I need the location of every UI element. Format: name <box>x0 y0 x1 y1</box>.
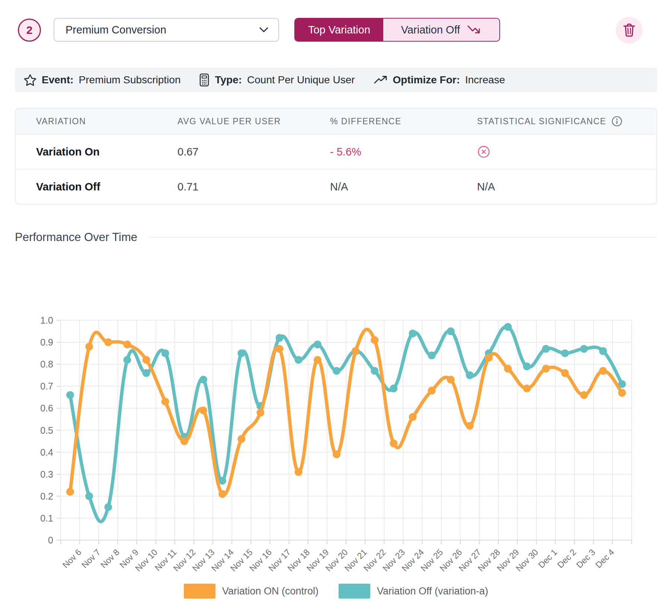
variation-off-button[interactable]: Variation Off <box>383 19 499 41</box>
data-point[interactable] <box>276 334 284 342</box>
data-point[interactable] <box>180 437 188 445</box>
data-point[interactable] <box>161 398 169 405</box>
chart-legend: Variation ON (control) Variation Off (va… <box>0 584 672 599</box>
data-point[interactable] <box>237 349 245 357</box>
data-point[interactable] <box>599 347 607 355</box>
data-point[interactable] <box>371 367 378 375</box>
data-point[interactable] <box>409 413 417 421</box>
data-point[interactable] <box>542 345 550 353</box>
performance-over-time-chart[interactable]: 00.10.20.30.40.50.60.70.80.91.0Nov 6Nov … <box>0 275 672 616</box>
svg-text:0.2: 0.2 <box>40 491 53 501</box>
legend-item-variation-on[interactable]: Variation ON (control) <box>184 584 319 599</box>
not-significant-icon <box>477 145 656 158</box>
data-point[interactable] <box>256 409 264 417</box>
svg-text:0.7: 0.7 <box>40 381 53 391</box>
data-point[interactable] <box>123 341 131 349</box>
data-point[interactable] <box>85 492 93 500</box>
data-point[interactable] <box>485 354 493 362</box>
svg-text:Dec 4: Dec 4 <box>593 547 616 570</box>
svg-text:0.1: 0.1 <box>40 513 53 523</box>
delete-metric-button[interactable] <box>616 17 643 44</box>
svg-text:0.5: 0.5 <box>40 425 53 436</box>
data-point[interactable] <box>428 387 436 395</box>
data-point[interactable] <box>390 385 397 392</box>
data-point[interactable] <box>199 407 207 414</box>
data-point[interactable] <box>85 343 93 350</box>
data-point[interactable] <box>352 347 359 355</box>
col-variation: VARIATION <box>16 116 157 126</box>
data-point[interactable] <box>599 367 607 375</box>
data-point[interactable] <box>161 349 169 357</box>
variation-toggle: Top Variation Variation Off <box>294 18 500 42</box>
legend-label: Variation Off (variation-a) <box>377 585 488 597</box>
data-point[interactable] <box>523 363 531 370</box>
col-avg-value: AVG VALUE PER USER <box>157 116 310 126</box>
data-point[interactable] <box>295 356 303 364</box>
top-variation-button[interactable]: Top Variation <box>295 19 383 41</box>
data-point[interactable] <box>104 503 112 511</box>
section-title: Performance Over Time <box>15 231 137 244</box>
svg-text:Dec 1: Dec 1 <box>536 547 559 570</box>
row-avg-value: 0.71 <box>157 181 310 193</box>
data-point[interactable] <box>314 356 321 364</box>
event-value: Premium Subscription <box>79 74 181 86</box>
row-variation-name: Variation Off <box>16 181 157 193</box>
data-point[interactable] <box>504 323 512 331</box>
trash-icon <box>623 23 636 38</box>
data-point[interactable] <box>561 349 569 357</box>
svg-text:Dec 3: Dec 3 <box>575 547 597 570</box>
metric-select[interactable]: Premium Conversion <box>54 18 279 42</box>
data-point[interactable] <box>218 490 226 498</box>
data-point[interactable] <box>104 339 112 346</box>
row-avg-value: 0.67 <box>157 146 310 158</box>
data-point[interactable] <box>447 327 455 335</box>
type-value: Count Per Unique User <box>247 74 355 86</box>
data-point[interactable] <box>466 371 474 379</box>
table-row: Variation On 0.67 - 5.6% <box>16 134 656 169</box>
metric-index-badge: 2 <box>18 19 41 42</box>
data-point[interactable] <box>428 352 436 359</box>
data-point[interactable] <box>447 376 455 384</box>
legend-swatch-orange <box>184 584 215 599</box>
col-difference: % DIFFERENCE <box>310 116 457 126</box>
data-point[interactable] <box>276 345 284 353</box>
data-point[interactable] <box>523 385 531 392</box>
data-point[interactable] <box>314 341 321 349</box>
svg-text:Nov 6: Nov 6 <box>61 547 83 570</box>
data-point[interactable] <box>561 369 569 377</box>
svg-text:0.6: 0.6 <box>40 403 53 413</box>
data-point[interactable] <box>409 330 417 337</box>
info-icon[interactable] <box>611 116 623 127</box>
data-point[interactable] <box>333 367 340 375</box>
row-difference: N/A <box>310 181 457 193</box>
legend-swatch-teal <box>339 584 370 599</box>
legend-item-variation-off[interactable]: Variation Off (variation-a) <box>339 584 488 599</box>
optimize-label: Optimize For: <box>393 74 460 86</box>
data-point[interactable] <box>466 422 474 430</box>
data-point[interactable] <box>237 435 245 443</box>
data-point[interactable] <box>199 376 207 384</box>
data-point[interactable] <box>580 391 588 399</box>
data-point[interactable] <box>542 365 550 373</box>
calculator-icon <box>199 73 209 87</box>
data-point[interactable] <box>66 488 74 495</box>
metric-select-value: Premium Conversion <box>65 24 166 36</box>
data-point[interactable] <box>504 365 512 373</box>
optimize-value: Increase <box>465 74 505 86</box>
data-point[interactable] <box>371 336 378 344</box>
row-significance: N/A <box>457 181 656 193</box>
data-point[interactable] <box>618 389 626 397</box>
svg-text:0.9: 0.9 <box>40 337 53 347</box>
data-point[interactable] <box>295 468 303 476</box>
event-label: Event: <box>42 74 74 86</box>
data-point[interactable] <box>66 391 74 399</box>
legend-label: Variation ON (control) <box>222 585 319 597</box>
svg-text:Dec 2: Dec 2 <box>556 547 578 570</box>
data-point[interactable] <box>143 356 150 364</box>
data-point[interactable] <box>580 345 588 353</box>
data-point[interactable] <box>333 450 340 458</box>
chevron-down-icon <box>259 27 269 33</box>
data-point[interactable] <box>143 369 150 377</box>
data-point[interactable] <box>390 439 397 447</box>
data-point[interactable] <box>123 356 131 364</box>
